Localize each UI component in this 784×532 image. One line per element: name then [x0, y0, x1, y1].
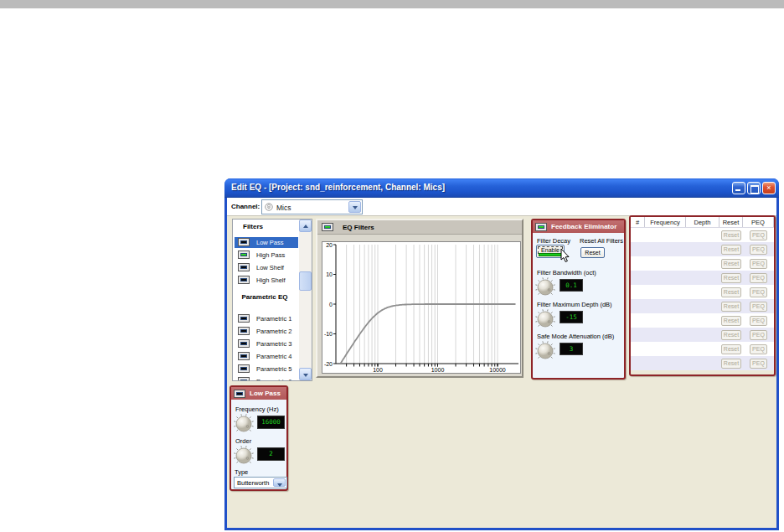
- filter-item-high-pass[interactable]: High Pass: [235, 250, 298, 261]
- row-peq-button[interactable]: PEQ: [750, 344, 767, 354]
- filters-list: Low PassHigh PassLow ShelfHigh ShelfPara…: [233, 220, 299, 380]
- filter-item-parametric-4[interactable]: Parametric 4: [235, 351, 298, 362]
- knob[interactable]: [534, 276, 556, 298]
- filter-item-parametric-6[interactable]: Parametric 6: [235, 376, 298, 380]
- row-reset-button[interactable]: Reset: [721, 230, 741, 240]
- table-row: ResetPEQ: [631, 328, 774, 342]
- type-combobox[interactable]: Butterworth: [234, 477, 287, 488]
- maximize-button[interactable]: [747, 182, 761, 194]
- filter-led-icon[interactable]: [238, 377, 250, 380]
- knob[interactable]: [233, 445, 255, 467]
- filter-led-icon[interactable]: [238, 238, 250, 246]
- scrollbar-thumb[interactable]: [299, 271, 312, 291]
- table-cell: [631, 256, 645, 271]
- param-label: Order: [235, 437, 251, 445]
- type-dropdown-button[interactable]: [273, 478, 286, 487]
- feedback-filters-table: #FrequencyDepthResetPEQResetPEQResetPEQR…: [631, 217, 774, 370]
- top-strip: [0, 0, 784, 8]
- param-frequency-hz: Frequency (Hz) 16000: [231, 405, 290, 437]
- filter-item-parametric-3[interactable]: Parametric 3: [235, 338, 298, 349]
- close-button[interactable]: ×: [762, 182, 776, 194]
- table-cell: PEQ: [743, 342, 774, 356]
- eq-response-graph: 20100-10-20100100010000: [322, 241, 521, 374]
- column-header-peq: PEQ: [743, 217, 774, 227]
- table-cell: [645, 356, 686, 370]
- feedback-eliminator-led-icon[interactable]: [535, 223, 547, 231]
- channel-combobox[interactable]: Mics: [261, 199, 363, 214]
- feedback-filters-table-panel: #FrequencyDepthResetPEQResetPEQResetPEQR…: [629, 215, 776, 376]
- row-reset-button[interactable]: Reset: [721, 316, 741, 326]
- row-peq-button[interactable]: PEQ: [750, 245, 767, 255]
- column-header-depth: Depth: [686, 217, 720, 227]
- filter-item-label: Parametric 4: [256, 353, 292, 360]
- param-label: Filter Maximum Depth (dB): [537, 301, 612, 308]
- param-safe-mode-attenuation-db: Safe Mode Attenuation (dB) 3: [533, 333, 627, 364]
- row-peq-button[interactable]: PEQ: [750, 316, 767, 326]
- title-bar[interactable]: Edit EQ - [Project: snd_reinforcement, C…: [224, 178, 779, 198]
- lcd-value-display: 0.1: [560, 279, 583, 292]
- table-cell: [631, 313, 645, 328]
- table-cell: PEQ: [743, 299, 774, 313]
- row-reset-button[interactable]: Reset: [721, 259, 741, 269]
- svg-text:-20: -20: [324, 361, 333, 367]
- table-cell: PEQ: [743, 313, 774, 328]
- filter-item-parametric-1[interactable]: Parametric 1: [235, 313, 298, 324]
- knob[interactable]: [534, 308, 556, 330]
- filter-led-icon[interactable]: [238, 327, 250, 335]
- filter-led-icon[interactable]: [238, 364, 250, 373]
- svg-text:0: 0: [329, 302, 333, 307]
- table-cell: PEQ: [743, 328, 774, 342]
- filter-item-low-shelf[interactable]: Low Shelf: [235, 262, 298, 273]
- filter-item-parametric-2[interactable]: Parametric 2: [235, 326, 298, 337]
- knob[interactable]: [233, 413, 255, 435]
- table-cell: Reset: [720, 356, 743, 370]
- low-pass-header: Low Pass: [231, 387, 286, 400]
- table-cell: [686, 299, 720, 313]
- filter-item-parametric-5[interactable]: Parametric 5: [235, 364, 298, 374]
- row-peq-button[interactable]: PEQ: [750, 259, 767, 269]
- table-row: ResetPEQ: [631, 356, 774, 370]
- filter-led-icon[interactable]: [238, 352, 250, 360]
- row-reset-button[interactable]: Reset: [721, 344, 741, 354]
- low-pass-led-icon[interactable]: [234, 390, 245, 398]
- reset-all-button[interactable]: Reset: [580, 247, 605, 258]
- table-cell: [645, 285, 686, 299]
- table-cell: [631, 242, 645, 256]
- filter-led-icon[interactable]: [238, 251, 250, 259]
- svg-text:20: 20: [326, 242, 333, 248]
- row-peq-button[interactable]: PEQ: [750, 230, 767, 240]
- param-label: Filter Bandwidth (oct): [537, 269, 596, 276]
- knob[interactable]: [534, 340, 556, 362]
- filter-item-low-pass[interactable]: Low Pass: [235, 237, 298, 248]
- eq-filters-title: EQ Filters: [343, 224, 374, 231]
- filter-led-icon[interactable]: [238, 339, 250, 348]
- type-label: Type: [235, 468, 248, 476]
- scroll-down-button[interactable]: [299, 368, 312, 380]
- minimize-button[interactable]: [732, 182, 745, 194]
- row-reset-button[interactable]: Reset: [721, 287, 741, 297]
- chevron-down-icon: [353, 206, 358, 209]
- row-peq-button[interactable]: PEQ: [750, 287, 767, 297]
- filter-item-label: Parametric 3: [256, 340, 292, 348]
- channel-dropdown-button[interactable]: [348, 201, 361, 213]
- row-peq-button[interactable]: PEQ: [750, 330, 767, 340]
- scroll-up-button[interactable]: [299, 220, 312, 232]
- row-reset-button[interactable]: Reset: [721, 273, 741, 283]
- eq-filters-led-icon[interactable]: [322, 223, 333, 231]
- row-reset-button[interactable]: Reset: [721, 330, 741, 340]
- row-peq-button[interactable]: PEQ: [750, 302, 767, 312]
- svg-text:100: 100: [373, 367, 383, 373]
- filter-led-icon[interactable]: [238, 276, 250, 284]
- row-reset-button[interactable]: Reset: [721, 245, 741, 255]
- filter-led-icon[interactable]: [238, 314, 250, 323]
- row-reset-button[interactable]: Reset: [721, 359, 741, 369]
- filter-led-icon[interactable]: [238, 263, 250, 271]
- row-reset-button[interactable]: Reset: [721, 302, 741, 312]
- row-peq-button[interactable]: PEQ: [750, 359, 767, 369]
- row-peq-button[interactable]: PEQ: [750, 273, 767, 283]
- filters-scrollbar[interactable]: [299, 220, 312, 380]
- reset-all-filters-label: Reset All Filters: [580, 237, 623, 245]
- filter-item-high-shelf[interactable]: High Shelf: [235, 275, 298, 286]
- type-value: Butterworth: [237, 479, 269, 487]
- table-cell: [686, 285, 720, 299]
